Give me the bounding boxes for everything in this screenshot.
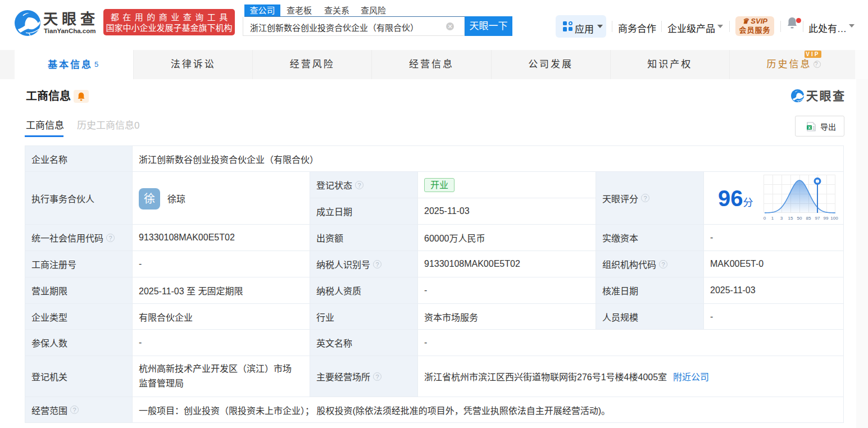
svg-text:50: 50 bbox=[797, 216, 802, 221]
svg-text:100: 100 bbox=[830, 216, 838, 221]
svg-text:1: 1 bbox=[771, 216, 774, 221]
svg-text:99: 99 bbox=[824, 216, 829, 221]
svg-text:0: 0 bbox=[764, 216, 766, 221]
svg-text:15: 15 bbox=[788, 216, 793, 221]
svg-text:97: 97 bbox=[815, 216, 820, 221]
svg-text:85: 85 bbox=[806, 216, 811, 221]
svg-text:X: X bbox=[808, 126, 811, 130]
svg-text:3: 3 bbox=[780, 216, 783, 221]
